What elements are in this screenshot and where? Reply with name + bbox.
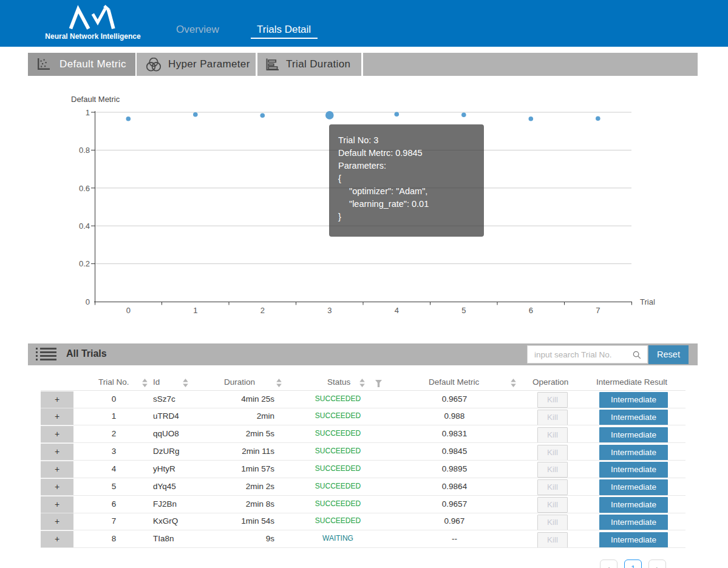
svg-text:0.4: 0.4 xyxy=(79,221,90,231)
svg-text:}: } xyxy=(338,212,341,221)
svg-text:Parameters:: Parameters: xyxy=(338,161,386,171)
svg-text:"optimizer": "Adam",: "optimizer": "Adam", xyxy=(349,186,427,196)
svg-text:5: 5 xyxy=(461,306,466,315)
svg-text:Default Metric: Default Metric xyxy=(71,95,120,104)
svg-text:0.6: 0.6 xyxy=(79,184,90,193)
svg-text:Trial: Trial xyxy=(640,297,655,306)
svg-text:0.8: 0.8 xyxy=(79,146,90,155)
svg-text:{: { xyxy=(338,174,341,183)
svg-text:Trial No: 3: Trial No: 3 xyxy=(338,135,378,145)
svg-text:Default Metrc: 0.9845: Default Metrc: 0.9845 xyxy=(338,148,423,158)
svg-text:6: 6 xyxy=(529,306,533,315)
svg-text:7: 7 xyxy=(596,306,600,315)
svg-text:0: 0 xyxy=(86,297,90,306)
svg-text:"learning_rate": 0.01: "learning_rate": 0.01 xyxy=(349,199,429,209)
svg-text:4: 4 xyxy=(395,306,399,315)
svg-text:1: 1 xyxy=(86,108,90,117)
svg-text:0: 0 xyxy=(126,306,131,315)
svg-text:0.2: 0.2 xyxy=(79,259,90,268)
svg-text:2: 2 xyxy=(260,306,265,315)
svg-text:1: 1 xyxy=(193,306,197,315)
svg-text:3: 3 xyxy=(327,306,332,315)
